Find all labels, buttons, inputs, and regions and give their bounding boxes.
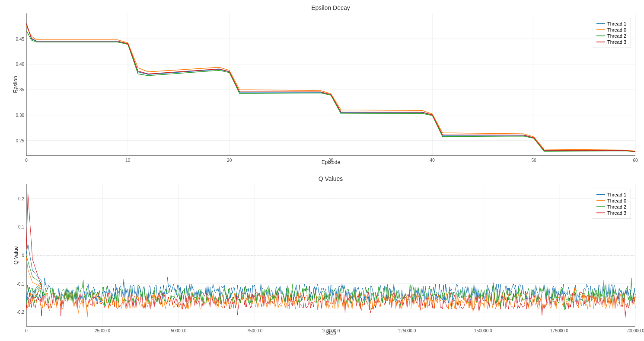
epsilon-legend-line-thread1 bbox=[596, 23, 605, 24]
svg-text:25000.0: 25000.0 bbox=[95, 328, 111, 333]
svg-text:0.40: 0.40 bbox=[16, 62, 25, 67]
qvalues-legend-thread2: Thread 2 bbox=[596, 204, 626, 209]
svg-text:-0.2: -0.2 bbox=[17, 310, 25, 315]
qvalues-svg: -0.2-0.100.10.2025000.050000.075000.0100… bbox=[26, 184, 635, 326]
svg-text:50000.0: 50000.0 bbox=[171, 328, 187, 333]
qvalues-chart-wrapper: Q Values Step Q Value -0.2-0.100.10.2025… bbox=[0, 171, 644, 341]
qvalues-legend-thread3: Thread 3 bbox=[596, 210, 626, 216]
svg-text:0: 0 bbox=[25, 328, 28, 333]
epsilon-legend-label-thread2: Thread 2 bbox=[607, 33, 626, 39]
svg-text:0: 0 bbox=[22, 253, 24, 258]
qvalues-chart-title: Q Values bbox=[26, 175, 635, 182]
qvalues-legend-label-thread2: Thread 2 bbox=[607, 204, 626, 209]
epsilon-legend-thread1: Thread 1 bbox=[596, 21, 626, 26]
svg-text:125000.0: 125000.0 bbox=[398, 328, 416, 333]
epsilon-chart-wrapper: Epsilon Decay Episode Epsilon 0.250.300.… bbox=[0, 0, 644, 171]
qvalues-legend-line-thread1 bbox=[596, 194, 605, 195]
charts-container: Epsilon Decay Episode Epsilon 0.250.300.… bbox=[0, 0, 644, 341]
epsilon-legend: Thread 1 Thread 0 Thread 2 Thread 3 bbox=[592, 18, 631, 48]
qvalues-legend-label-thread0: Thread 0 bbox=[607, 198, 626, 203]
epsilon-x-label: Episode bbox=[322, 159, 340, 165]
qvalues-y-label: Q Value bbox=[13, 246, 19, 264]
epsilon-legend-label-thread3: Thread 3 bbox=[607, 39, 626, 45]
qvalues-legend-thread1: Thread 1 bbox=[596, 192, 626, 197]
epsilon-y-label: Epsilon bbox=[13, 76, 19, 93]
epsilon-chart-area: Episode Epsilon 0.250.300.350.400.450102… bbox=[26, 13, 635, 156]
svg-text:0.30: 0.30 bbox=[16, 113, 25, 118]
qvalues-legend: Thread 1 Thread 0 Thread 2 Thread 3 bbox=[592, 189, 631, 219]
epsilon-legend-label-thread0: Thread 0 bbox=[607, 27, 626, 32]
svg-text:150000.0: 150000.0 bbox=[474, 328, 492, 333]
svg-text:40: 40 bbox=[430, 158, 435, 163]
svg-text:75000.0: 75000.0 bbox=[247, 328, 263, 333]
svg-text:-0.1: -0.1 bbox=[17, 281, 25, 286]
svg-text:0.1: 0.1 bbox=[18, 225, 24, 229]
qvalues-legend-label-thread3: Thread 3 bbox=[607, 210, 626, 216]
svg-text:200000.0: 200000.0 bbox=[626, 328, 644, 333]
qvalues-legend-line-thread0 bbox=[596, 200, 605, 201]
qvalues-chart-area: Step Q Value -0.2-0.100.10.2025000.05000… bbox=[26, 184, 635, 327]
svg-text:0.25: 0.25 bbox=[16, 138, 25, 143]
svg-text:20: 20 bbox=[227, 158, 232, 163]
svg-text:10: 10 bbox=[125, 158, 131, 163]
svg-text:0: 0 bbox=[25, 158, 28, 163]
svg-text:0.2: 0.2 bbox=[18, 196, 24, 201]
svg-text:60: 60 bbox=[633, 158, 638, 163]
qvalues-x-label: Step bbox=[325, 330, 336, 336]
epsilon-legend-thread0: Thread 0 bbox=[596, 27, 626, 32]
epsilon-legend-thread2: Thread 2 bbox=[596, 33, 626, 39]
qvalues-legend-line-thread2 bbox=[596, 206, 605, 207]
epsilon-chart-title: Epsilon Decay bbox=[26, 4, 635, 11]
epsilon-legend-label-thread1: Thread 1 bbox=[607, 21, 626, 26]
epsilon-legend-thread3: Thread 3 bbox=[596, 39, 626, 45]
qvalues-legend-line-thread3 bbox=[596, 212, 605, 213]
qvalues-legend-thread0: Thread 0 bbox=[596, 198, 626, 203]
epsilon-svg: 0.250.300.350.400.450102030405060 bbox=[26, 13, 635, 156]
epsilon-legend-line-thread3 bbox=[596, 42, 605, 42]
epsilon-legend-line-thread2 bbox=[596, 35, 605, 36]
svg-text:50: 50 bbox=[532, 158, 537, 163]
epsilon-legend-line-thread0 bbox=[596, 29, 605, 30]
qvalues-legend-label-thread1: Thread 1 bbox=[607, 192, 626, 197]
svg-text:175000.0: 175000.0 bbox=[550, 328, 568, 333]
svg-text:0.45: 0.45 bbox=[16, 37, 25, 42]
